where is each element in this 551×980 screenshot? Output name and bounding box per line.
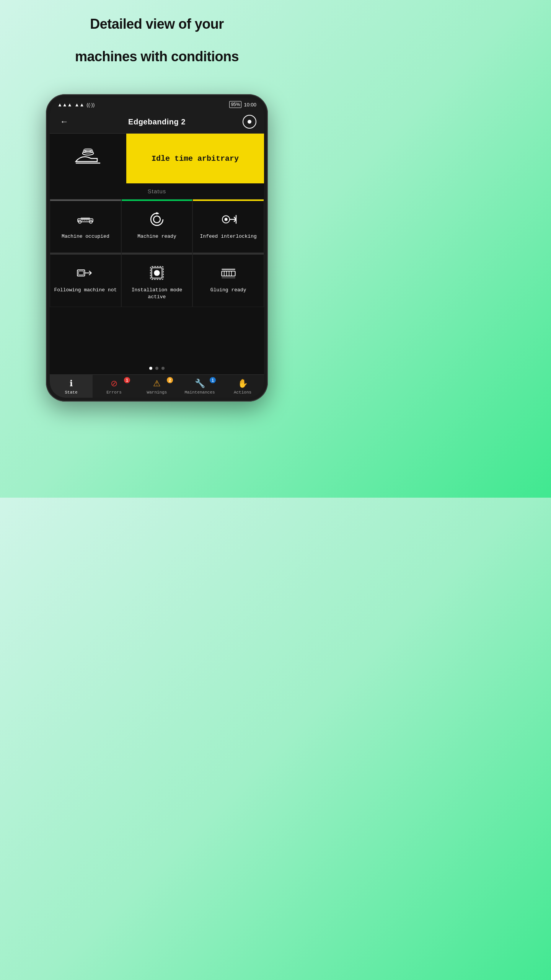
cell-machine-occupied: Machine occupied — [50, 199, 121, 253]
label-gluing-ready: Gluing ready — [210, 287, 246, 294]
nav-actions[interactable]: ✋ Actions — [221, 375, 264, 398]
record-inner-dot — [248, 120, 251, 124]
icon-installation-mode — [147, 263, 167, 283]
state-label: State — [65, 390, 77, 395]
status-label: Status — [50, 183, 264, 199]
icon-following-machine — [75, 263, 95, 283]
record-button[interactable] — [243, 115, 256, 129]
infeed-icon — [219, 212, 238, 227]
svg-point-9 — [151, 213, 163, 225]
actions-icon: ✋ — [238, 379, 248, 389]
nav-warnings[interactable]: 2 ⚠ Warnings — [135, 375, 178, 398]
cell-following-machine: Following machine not — [50, 253, 121, 307]
icon-infeed-interlocking — [218, 209, 238, 229]
label-installation-mode: Installation mode active — [125, 287, 189, 301]
warnings-badge: 2 — [167, 377, 173, 383]
errors-icon: ⊘ — [111, 379, 117, 389]
dot-1[interactable] — [149, 367, 152, 370]
cell-installation-mode: Installation mode active — [121, 253, 193, 307]
bottom-nav: ℹ State 1 ⊘ Errors 2 ⚠ Warnings 1 🔧 Main… — [50, 374, 264, 398]
cell-machine-ready: Machine ready — [121, 199, 193, 253]
machine-icon-area — [50, 134, 126, 183]
nav-maintenances[interactable]: 1 🔧 Maintenances — [178, 375, 221, 398]
svg-point-13 — [224, 218, 227, 221]
label-following-machine: Following machine not — [54, 287, 117, 294]
svg-point-10 — [153, 216, 160, 223]
status-right: 95% 10:00 — [229, 101, 256, 108]
icon-machine-ready — [147, 209, 167, 229]
forward-machine-icon — [76, 265, 95, 281]
indicator-machine-occupied — [50, 199, 121, 201]
top-nav-bar: ← Edgebanding 2 — [50, 110, 264, 134]
svg-point-11 — [156, 212, 158, 214]
cell-gluing-ready: Gluing ready — [192, 253, 264, 307]
svg-rect-7 — [81, 217, 90, 220]
signal-icons: ▲▲▲ ▲▲ ((·)) — [57, 102, 95, 108]
battery-label: 95% — [229, 101, 241, 108]
phone-screen: ▲▲▲ ▲▲ ((·)) 95% 10:00 ← Edgebanding 2 — [50, 98, 264, 398]
page-dots — [50, 361, 264, 374]
page-title-line1: Detailed view of your — [75, 15, 239, 33]
conveyor-icon — [76, 212, 95, 226]
empty-content-area — [50, 307, 264, 361]
maintenances-badge: 1 — [210, 377, 216, 383]
actions-label: Actions — [234, 390, 251, 395]
page-title-line2: machines with conditions — [75, 48, 239, 65]
status-grid-row1: Machine occupied Machine ready — [50, 199, 264, 253]
errors-label: Errors — [106, 390, 122, 395]
maintenances-label: Maintenances — [184, 390, 215, 395]
machine-status-text: Idle time arbitrary — [152, 154, 239, 163]
back-button[interactable]: ← — [57, 115, 71, 129]
icon-gluing-ready — [218, 263, 238, 283]
warnings-label: Warnings — [147, 390, 167, 395]
label-infeed-interlocking: Infeed interlocking — [200, 233, 257, 240]
svg-rect-26 — [222, 271, 235, 276]
label-machine-ready: Machine ready — [137, 233, 176, 240]
gluing-icon — [219, 265, 238, 281]
svg-point-0 — [83, 152, 94, 155]
nav-errors[interactable]: 1 ⊘ Errors — [93, 375, 135, 398]
dot-3[interactable] — [161, 367, 165, 370]
svg-rect-19 — [79, 271, 84, 275]
machine-banner: Idle time arbitrary — [50, 134, 264, 183]
signal-icon-1: ▲▲▲ — [57, 102, 72, 108]
screen-title: Edgebanding 2 — [128, 118, 186, 126]
phone-frame: ▲▲▲ ▲▲ ((·)) 95% 10:00 ← Edgebanding 2 — [46, 94, 268, 402]
state-icon: ℹ — [70, 379, 73, 389]
wifi-icon: ▲▲ — [75, 102, 85, 108]
warnings-icon: ⚠ — [153, 379, 161, 389]
dot-2[interactable] — [155, 367, 158, 370]
indicator-infeed-interlocking — [193, 199, 264, 201]
machine-svg-icon — [73, 147, 103, 170]
page-heading: Detailed view of your machines with cond… — [75, 15, 239, 80]
machine-status-banner: Idle time arbitrary — [126, 134, 264, 183]
indicator-following-machine — [50, 253, 121, 255]
indicator-machine-ready — [122, 199, 192, 201]
cell-infeed-interlocking: Infeed interlocking — [192, 199, 264, 253]
indicator-gluing-ready — [193, 253, 264, 255]
status-grid-row2: Following machine not Installation mode … — [50, 253, 264, 307]
installation-icon — [148, 265, 165, 281]
icon-machine-occupied — [75, 209, 95, 229]
wifi-symbol: ((·)) — [86, 102, 95, 108]
nav-state[interactable]: ℹ State — [50, 375, 93, 398]
status-bar: ▲▲▲ ▲▲ ((·)) 95% 10:00 — [50, 98, 264, 110]
errors-badge: 1 — [124, 377, 130, 383]
label-machine-occupied: Machine occupied — [62, 233, 109, 240]
maintenances-icon: 🔧 — [195, 379, 205, 389]
spinner-icon — [148, 211, 165, 228]
indicator-installation-mode — [122, 253, 192, 255]
clock: 10:00 — [244, 102, 256, 108]
svg-point-24 — [154, 270, 160, 276]
